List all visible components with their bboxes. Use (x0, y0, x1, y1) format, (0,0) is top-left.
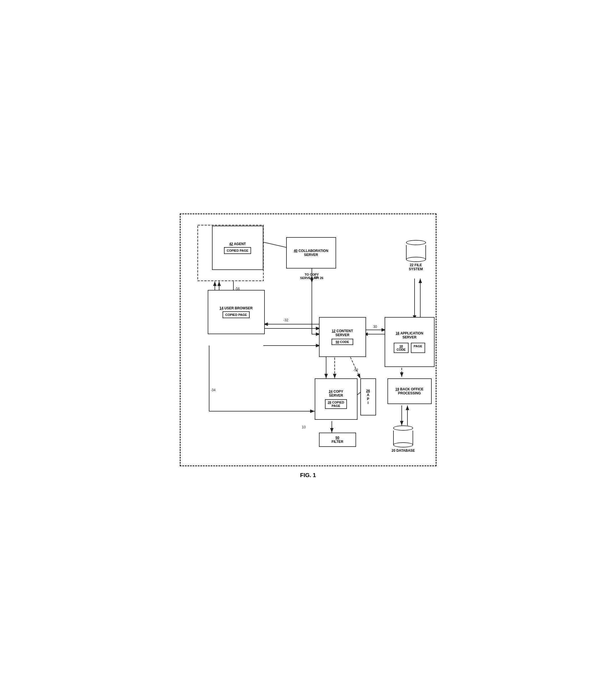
copy-server-box: 24 COPY SERVER 28 COPIED PAGE (315, 379, 357, 420)
svg-text:-32: -32 (283, 318, 288, 322)
database-cylinder: 20 DATABASE (392, 426, 415, 453)
collaboration-server-box: 40 COLLABORATION SERVER (286, 237, 336, 268)
back-office-label: 19 BACK OFFICE PROCESSING (395, 387, 424, 395)
user-browser-box: 14 USER BROWSER COPIED PAGE (208, 290, 265, 334)
agent-box: 42 AGENT COPIED PAGE (212, 226, 263, 270)
app-server-label: 16 APPLICATION SERVER (396, 331, 423, 339)
file-system-cylinder: 22 FILE SYSTEM (406, 240, 426, 271)
content-server-label: 12 CONTENT SERVER (332, 329, 353, 337)
cylinder-top (406, 240, 426, 245)
page-container: -56 -58 -32 30 -34 -52 10 42 AGENT (180, 213, 437, 479)
cylinder-bottom-cap (406, 257, 426, 262)
diagram-inner: -56 -58 -32 30 -34 -52 10 42 AGENT (189, 223, 427, 457)
svg-text:30: 30 (373, 325, 377, 329)
fig-caption: FIG. 1 (180, 472, 437, 479)
filter-box: 50 FILTER (319, 433, 356, 447)
user-copied-page-box: COPIED PAGE (223, 311, 250, 318)
db-cylinder-top (393, 426, 413, 431)
diagram-outer: -56 -58 -32 30 -34 -52 10 42 AGENT (180, 213, 437, 466)
content-server-box: 12 CONTENT SERVER 50 CODE (319, 317, 366, 357)
app-page-box: PAGE (411, 343, 425, 353)
copy-server-label: 24 COPY SERVER (329, 390, 343, 397)
database-label: 20 DATABASE (392, 449, 415, 453)
file-system-label: 22 FILE SYSTEM (409, 263, 423, 271)
content-code-box: 50 CODE (332, 339, 353, 345)
copy-server-copied-page-box: 28 COPIED PAGE (325, 399, 347, 409)
api-label: 26 A P I (366, 389, 370, 405)
db-cylinder-bottom-cap (393, 442, 413, 448)
svg-line-16 (349, 354, 360, 379)
user-browser-label: 14 USER BROWSER (219, 306, 252, 310)
application-server-box: 16 APPLICATION SERVER 18 CODE PAGE (384, 317, 435, 367)
agent-copied-page-box: COPIED PAGE (224, 247, 251, 254)
svg-text:-34: -34 (211, 388, 216, 392)
svg-text:-52: -52 (353, 368, 358, 372)
back-office-box: 19 BACK OFFICE PROCESSING (388, 379, 432, 404)
svg-text:10: 10 (302, 425, 306, 429)
collab-server-label: 40 COLLABORATION SERVER (293, 249, 328, 257)
api-box: 26 A P I (360, 379, 376, 415)
agent-label: 42 AGENT (229, 242, 246, 246)
app-code-box: 18 CODE (394, 343, 409, 353)
to-copy-server-label: TO COPYSERVER API 26 (289, 273, 335, 280)
